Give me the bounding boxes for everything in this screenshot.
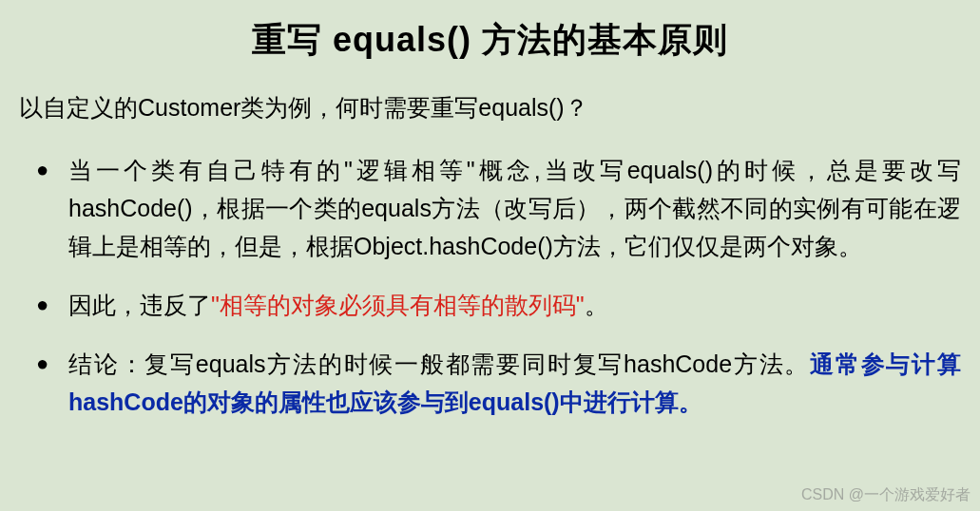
list-item: 结论：复写equals方法的时候一般都需要同时复写hashCode方法。通常参与… [36,345,961,421]
bullet-list: 当一个类有自己特有的"逻辑相等"概念,当改写equals()的时候，总是要改写h… [19,151,961,421]
point1-text: 当一个类有自己特有的"逻辑相等"概念,当改写equals()的时候，总是要改写h… [68,157,961,259]
point3-prefix: 结论：复写equals方法的时候一般都需要同时复写hashCode方法。 [68,350,810,377]
point2-prefix: 因此，违反了 [68,292,211,318]
page-title: 重写 equals() 方法的基本原则 [19,17,961,64]
point2-highlight: "相等的对象必须具有相等的散列码" [211,292,585,318]
watermark: CSDN @一个游戏爱好者 [801,485,970,505]
point2-suffix: 。 [585,292,608,318]
intro-text: 以自定义的Customer类为例，何时需要重写equals()？ [19,90,961,126]
list-item: 因此，违反了"相等的对象必须具有相等的散列码"。 [36,286,961,324]
list-item: 当一个类有自己特有的"逻辑相等"概念,当改写equals()的时候，总是要改写h… [36,151,961,265]
